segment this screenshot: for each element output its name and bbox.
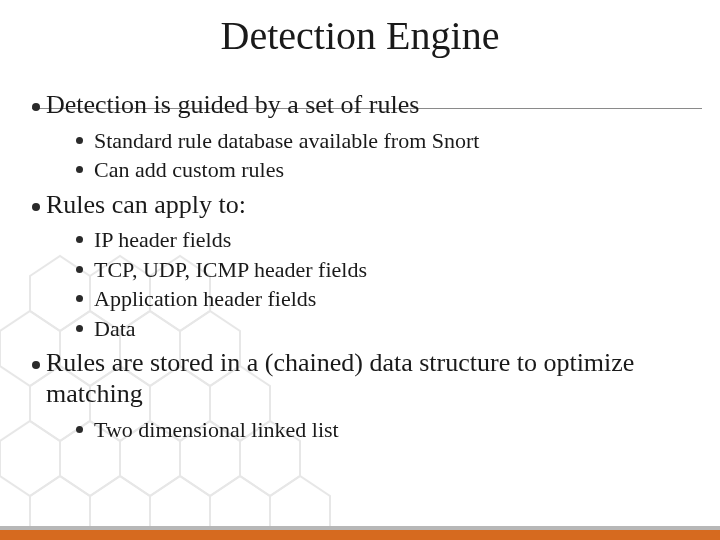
slide-title: Detection Engine: [0, 12, 720, 59]
list-item: Rules can apply to: IP header fields TCP…: [32, 190, 702, 343]
slide: Detection Engine Detection is guided by …: [0, 0, 720, 540]
list-item: Application header fields: [76, 285, 702, 313]
sub-list: IP header fields TCP, UDP, ICMP header f…: [46, 226, 702, 342]
list-item: IP header fields: [76, 226, 702, 254]
list-item-text: Standard rule database available from Sn…: [94, 128, 479, 153]
list-item-text: Application header fields: [94, 286, 316, 311]
list-item-text: Rules are stored in a (chained) data str…: [46, 348, 634, 408]
list-item: Standard rule database available from Sn…: [76, 127, 702, 155]
svg-marker-20: [270, 476, 330, 526]
footer-orange-stripe: [0, 530, 720, 540]
list-item-text: Can add custom rules: [94, 157, 284, 182]
svg-marker-16: [30, 476, 90, 526]
svg-marker-17: [90, 476, 150, 526]
list-item: Detection is guided by a set of rules St…: [32, 90, 702, 184]
sub-list: Two dimensional linked list: [46, 416, 702, 444]
list-item: Can add custom rules: [76, 156, 702, 184]
list-item-text: Rules can apply to:: [46, 190, 246, 219]
list-item: Two dimensional linked list: [76, 416, 702, 444]
svg-marker-19: [210, 476, 270, 526]
slide-content: Detection is guided by a set of rules St…: [32, 90, 702, 449]
svg-marker-18: [150, 476, 210, 526]
list-item: Rules are stored in a (chained) data str…: [32, 348, 702, 443]
list-item-text: Two dimensional linked list: [94, 417, 339, 442]
list-item: Data: [76, 315, 702, 343]
list-item: TCP, UDP, ICMP header fields: [76, 256, 702, 284]
list-item-text: Detection is guided by a set of rules: [46, 90, 419, 119]
sub-list: Standard rule database available from Sn…: [46, 127, 702, 184]
footer-bar: [0, 526, 720, 540]
list-item-text: TCP, UDP, ICMP header fields: [94, 257, 367, 282]
list-item-text: IP header fields: [94, 227, 231, 252]
list-item-text: Data: [94, 316, 136, 341]
bullet-list: Detection is guided by a set of rules St…: [32, 90, 702, 443]
